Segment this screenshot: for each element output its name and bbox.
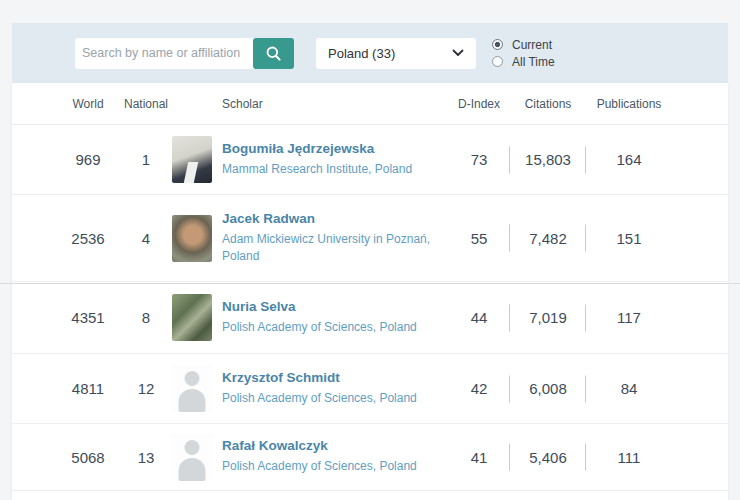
citations-value: 15,803 — [510, 125, 586, 194]
d-index-value: 55 — [448, 195, 510, 281]
national-rank: 8 — [120, 309, 172, 326]
column-header-publications: Publications — [586, 97, 672, 111]
d-index-value: 44 — [448, 282, 510, 353]
scholar-photo — [172, 294, 212, 341]
time-filter: Current All Time — [492, 38, 555, 69]
radio-all-time[interactable]: All Time — [492, 55, 555, 69]
citations-value: 7,482 — [510, 195, 586, 281]
publications-value: 151 — [586, 195, 672, 281]
radio-all-time-label: All Time — [512, 55, 555, 69]
table-header-row: World National Scholar D-Index Citations… — [12, 83, 728, 125]
chevron-down-icon — [452, 49, 464, 57]
column-header-scholar: Scholar — [172, 97, 448, 111]
country-dropdown-value: Poland (33) — [328, 46, 452, 61]
scholar-cell: Rafał Kowalczyk Polish Academy of Scienc… — [172, 434, 448, 481]
publications-value: 111 — [586, 424, 672, 490]
table-row: 969 1 Bogumiła Jędrzejewska Mammal Resea… — [12, 125, 728, 195]
scholar-avatar-placeholder — [172, 434, 212, 481]
table-row: 5068 13 Rafał Kowalczyk Polish Academy o… — [12, 424, 728, 491]
scholar-affiliation: Adam Mickiewicz University in Poznań, Po… — [222, 231, 448, 266]
national-rank: 12 — [120, 380, 172, 397]
column-header-world: World — [56, 97, 120, 111]
publications-value: 164 — [586, 125, 672, 194]
radio-all-time-control[interactable] — [492, 56, 503, 67]
national-rank: 1 — [120, 151, 172, 168]
scholar-affiliation: Polish Academy of Sciences, Poland — [222, 458, 417, 475]
scholar-photo — [172, 215, 212, 262]
scholar-affiliation: Polish Academy of Sciences, Poland — [222, 319, 417, 336]
filter-bar: Poland (33) Current All Time — [12, 23, 728, 83]
scholar-name-link[interactable]: Jacek Radwan — [222, 211, 448, 227]
scholar-name-link[interactable]: Krzysztof Schmidt — [222, 370, 417, 386]
table-row: 2536 4 Jacek Radwan Adam Mickiewicz Univ… — [12, 195, 728, 282]
section-divider — [0, 283, 740, 284]
national-rank: 4 — [120, 230, 172, 247]
scholar-avatar-placeholder — [172, 365, 212, 412]
column-header-d-index: D-Index — [448, 97, 510, 111]
citations-value: 7,019 — [510, 282, 586, 353]
search-button[interactable] — [253, 38, 294, 69]
world-rank: 4351 — [56, 309, 120, 326]
d-index-value: 41 — [448, 424, 510, 490]
scholar-affiliation: Mammal Research Institute, Poland — [222, 161, 412, 178]
scholar-cell: Krzysztof Schmidt Polish Academy of Scie… — [172, 365, 448, 412]
national-rank: 13 — [120, 449, 172, 466]
world-rank: 4811 — [56, 380, 120, 397]
country-dropdown[interactable]: Poland (33) — [316, 38, 476, 69]
citations-value: 6,008 — [510, 354, 586, 423]
scholar-cell: Nuria Selva Polish Academy of Sciences, … — [172, 294, 448, 341]
scholar-affiliation: Polish Academy of Sciences, Poland — [222, 390, 417, 407]
table-body: 969 1 Bogumiła Jędrzejewska Mammal Resea… — [12, 125, 728, 491]
world-rank: 969 — [56, 151, 120, 168]
table-row: 4811 12 Krzysztof Schmidt Polish Academy… — [12, 354, 728, 424]
radio-current-label: Current — [512, 38, 552, 52]
scholar-cell: Bogumiła Jędrzejewska Mammal Research In… — [172, 136, 448, 183]
world-rank: 5068 — [56, 449, 120, 466]
d-index-value: 73 — [448, 125, 510, 194]
world-rank: 2536 — [56, 230, 120, 247]
table-row: 4351 8 Nuria Selva Polish Academy of Sci… — [12, 282, 728, 354]
ranking-table: World National Scholar D-Index Citations… — [12, 83, 728, 500]
publications-value: 84 — [586, 354, 672, 423]
d-index-value: 42 — [448, 354, 510, 423]
column-header-citations: Citations — [510, 97, 586, 111]
search-group — [75, 38, 294, 69]
publications-value: 117 — [586, 282, 672, 353]
scholar-name-link[interactable]: Rafał Kowalczyk — [222, 438, 417, 454]
search-icon — [265, 45, 282, 62]
citations-value: 5,406 — [510, 424, 586, 490]
column-header-national: National — [120, 97, 172, 111]
radio-current[interactable]: Current — [492, 38, 555, 52]
scholar-cell: Jacek Radwan Adam Mickiewicz University … — [172, 211, 448, 266]
scholar-name-link[interactable]: Bogumiła Jędrzejewska — [222, 141, 412, 157]
search-input[interactable] — [75, 38, 255, 69]
radio-current-control[interactable] — [492, 39, 503, 50]
scholar-photo — [172, 136, 212, 183]
scholar-name-link[interactable]: Nuria Selva — [222, 299, 417, 315]
